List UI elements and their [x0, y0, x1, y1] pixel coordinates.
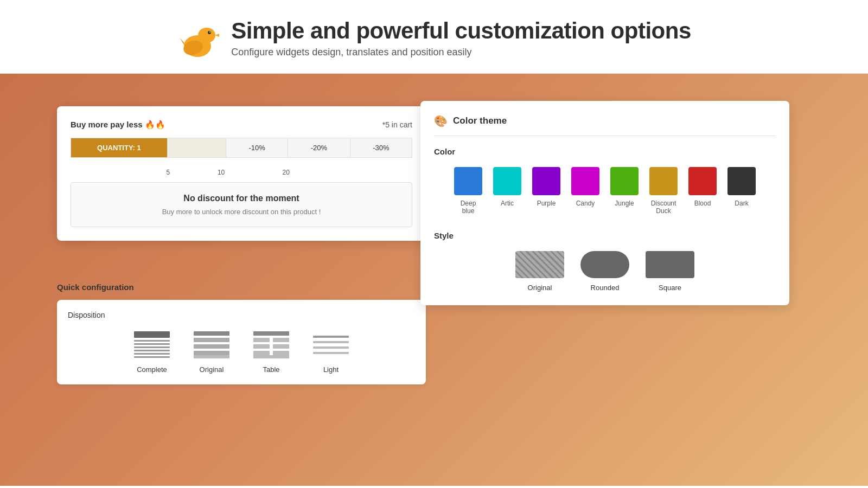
- svg-rect-11: [134, 350, 170, 351]
- color-purple[interactable]: Purple: [532, 167, 560, 215]
- jungle-label: Jungle: [615, 200, 634, 207]
- complete-label: Complete: [137, 365, 167, 374]
- logo: [177, 16, 220, 60]
- rounded-style-swatch: [580, 251, 629, 278]
- complete-icon: [133, 330, 171, 360]
- svg-rect-15: [194, 338, 229, 342]
- light-icon: [312, 330, 350, 360]
- svg-rect-27: [313, 336, 349, 338]
- svg-rect-28: [313, 341, 349, 343]
- color-dark[interactable]: Dark: [727, 167, 756, 215]
- discount-cell-1: -10%: [226, 138, 288, 158]
- svg-rect-16: [194, 344, 229, 349]
- color-candy[interactable]: Candy: [571, 167, 599, 215]
- svg-point-2: [198, 28, 215, 43]
- style-square[interactable]: Square: [646, 251, 694, 292]
- discount-cell-2: -20%: [288, 138, 350, 158]
- palette-icon: 🎨: [434, 114, 448, 127]
- svg-rect-9: [134, 343, 170, 345]
- style-section: Style Original Rounded Square: [434, 231, 776, 292]
- no-discount-title: No discount for the moment: [82, 194, 401, 203]
- buy-more-label: Buy more pay less 🔥🔥: [71, 120, 165, 130]
- purple-label: Purple: [537, 200, 556, 207]
- disposition-original[interactable]: Original: [193, 330, 231, 374]
- svg-rect-20: [253, 338, 270, 342]
- table-label: Table: [263, 365, 279, 374]
- header-text: Simple and powerful customization option…: [231, 18, 691, 58]
- svg-rect-12: [134, 353, 170, 355]
- page-header: Simple and powerful customization option…: [0, 0, 868, 74]
- square-style-label: Square: [659, 284, 681, 292]
- deep-blue-label: Deepblue: [461, 200, 476, 215]
- svg-rect-17: [194, 351, 229, 355]
- svg-marker-3: [215, 34, 219, 37]
- progress-bar-container: QUANTITY: 1 -10% -20% -30% 5 10 20: [71, 138, 412, 179]
- discount-duck-swatch: [649, 167, 678, 195]
- color-blood[interactable]: Blood: [688, 167, 717, 215]
- dark-label: Dark: [735, 200, 748, 207]
- rounded-style-label: Rounded: [591, 284, 620, 292]
- svg-rect-19: [253, 331, 289, 336]
- milestone-5: 5: [166, 169, 170, 176]
- original-style-label: Original: [528, 284, 552, 292]
- disposition-options: Complete Original: [68, 330, 415, 374]
- milestone-20: 20: [283, 169, 290, 176]
- svg-rect-30: [313, 352, 349, 354]
- table-icon: [252, 330, 290, 360]
- progress-table: QUANTITY: 1 -10% -20% -30%: [71, 138, 412, 158]
- widget-panel: Buy more pay less 🔥🔥 *5 in cart QUANTITY…: [57, 106, 426, 241]
- style-original[interactable]: Original: [515, 251, 564, 292]
- blood-label: Blood: [694, 200, 711, 207]
- svg-rect-22: [253, 344, 270, 349]
- milestone-row: 5 10 20: [71, 169, 412, 179]
- cart-label: *5 in cart: [382, 120, 412, 129]
- svg-rect-21: [273, 338, 289, 342]
- candy-swatch: [571, 167, 599, 195]
- svg-rect-10: [134, 346, 170, 348]
- svg-rect-23: [273, 344, 289, 349]
- style-grid: Original Rounded Square: [434, 251, 776, 292]
- disposition-table[interactable]: Table: [252, 330, 290, 374]
- style-rounded[interactable]: Rounded: [580, 251, 629, 292]
- content-background: Buy more pay less 🔥🔥 *5 in cart QUANTITY…: [0, 74, 868, 486]
- panel-header: 🎨 Color theme: [434, 114, 776, 136]
- page-title: Simple and powerful customization option…: [231, 18, 691, 44]
- svg-rect-14: [194, 331, 229, 336]
- blood-swatch: [688, 167, 717, 195]
- no-discount-subtitle: Buy more to unlock more discount on this…: [82, 208, 401, 216]
- light-label: Light: [323, 365, 339, 374]
- widget-header: Buy more pay less 🔥🔥 *5 in cart: [71, 120, 412, 130]
- no-discount-box: No discount for the moment Buy more to u…: [71, 182, 412, 227]
- disposition-panel: Disposition Complete: [57, 300, 426, 384]
- color-discount-duck[interactable]: DiscountDuck: [649, 167, 678, 215]
- deep-blue-swatch: [454, 167, 482, 195]
- svg-point-5: [209, 31, 210, 33]
- color-theme-panel: 🎨 Color theme Color Deepblue Artic Purpl…: [420, 101, 789, 305]
- dark-swatch: [727, 167, 756, 195]
- discount-cell-3: -30%: [350, 138, 412, 158]
- jungle-swatch: [610, 167, 639, 195]
- svg-rect-24: [253, 351, 270, 355]
- svg-marker-6: [180, 38, 185, 46]
- svg-rect-29: [313, 346, 349, 349]
- color-jungle[interactable]: Jungle: [610, 167, 639, 215]
- svg-rect-8: [134, 340, 170, 342]
- discount-duck-label: DiscountDuck: [651, 200, 676, 215]
- disposition-complete[interactable]: Complete: [133, 330, 171, 374]
- color-deep-blue[interactable]: Deepblue: [454, 167, 482, 215]
- original-label: Original: [200, 365, 224, 374]
- color-grid: Deepblue Artic Purple Candy Jungle Disco…: [434, 167, 776, 215]
- quick-config-section: Quick configuration Disposition Complete: [57, 282, 426, 384]
- milestone-10: 10: [218, 169, 225, 176]
- original-icon: [193, 330, 231, 360]
- panel-title: Color theme: [453, 115, 507, 126]
- purple-swatch: [532, 167, 560, 195]
- color-artic[interactable]: Artic: [493, 167, 521, 215]
- candy-label: Candy: [576, 200, 595, 207]
- disposition-light[interactable]: Light: [312, 330, 350, 374]
- svg-rect-18: [194, 355, 229, 358]
- original-style-swatch: [515, 251, 564, 278]
- svg-rect-7: [134, 331, 170, 338]
- svg-rect-25: [273, 351, 289, 355]
- square-style-swatch: [646, 251, 694, 278]
